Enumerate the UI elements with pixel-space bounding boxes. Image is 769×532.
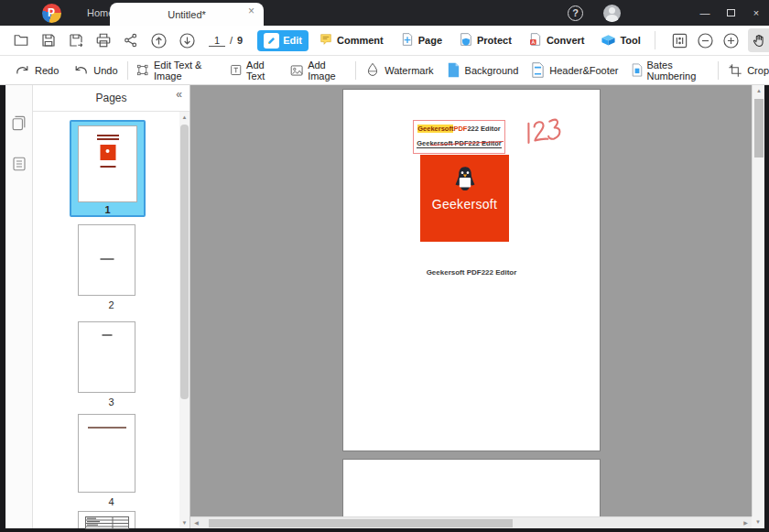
app-window: Home Untitled* × ? — × — [0, 0, 769, 532]
tab-page-label: Page — [418, 35, 442, 46]
watermark-label: Watermark — [384, 65, 433, 76]
add-text-label: Add Text — [246, 60, 277, 81]
main-toolbar: / 9 Edit Comment Page — [0, 26, 769, 56]
pdf-page-1[interactable]: GeekersoftPDF222 Editor Geekersoft PDF22… — [342, 89, 601, 451]
tab-protect-label: Protect — [477, 35, 512, 46]
add-text-icon — [230, 62, 242, 78]
collapse-panel-icon[interactable]: « — [176, 88, 182, 101]
scroll-up-icon[interactable]: ▲ — [753, 85, 764, 97]
scroll-down-icon[interactable]: ▼ — [179, 517, 190, 528]
minimize-button[interactable]: — — [692, 7, 718, 18]
zoom-out-icon[interactable] — [697, 32, 714, 49]
tab-comment[interactable]: Comment — [312, 29, 390, 51]
fit-view-icon[interactable] — [671, 32, 688, 49]
undo-button[interactable]: Undo — [73, 63, 117, 77]
header-footer-button[interactable]: Header&Footer — [531, 62, 618, 78]
tab-close-icon[interactable]: × — [248, 5, 255, 16]
redo-icon — [15, 63, 30, 77]
bates-numbering-icon — [632, 62, 643, 78]
crop-button[interactable]: Crop — [728, 63, 769, 78]
scrollbar-thumb[interactable] — [180, 125, 189, 399]
text-line-2: Geekersoft PDF222 Editor — [417, 139, 502, 148]
pages-panel-header: Pages « — [33, 85, 190, 112]
save-icon[interactable] — [40, 32, 57, 49]
panel-switcher-strip — [5, 85, 33, 528]
hand-tool-button[interactable] — [748, 28, 769, 52]
help-button[interactable]: ? — [568, 5, 583, 21]
document-canvas[interactable]: GeekersoftPDF222 Editor Geekersoft PDF22… — [190, 85, 764, 528]
page-thumbnail-4[interactable] — [78, 414, 135, 493]
thumbnail-1-label: 1 — [71, 204, 144, 215]
next-page-icon[interactable] — [179, 32, 196, 49]
title-bar: Home Untitled* × ? — × — [0, 0, 769, 26]
pdf-page-2[interactable] — [342, 459, 601, 517]
convert-icon: A — [528, 32, 543, 49]
page-divider: / — [230, 35, 233, 46]
header-footer-icon — [531, 62, 545, 78]
add-image-icon — [290, 63, 303, 78]
maximize-button[interactable] — [718, 7, 743, 18]
bates-numbering-button[interactable]: Bates Numbering — [632, 60, 709, 81]
add-text-button[interactable]: Add Text — [230, 60, 277, 81]
thumbnail-2-label: 2 — [33, 299, 190, 310]
header-footer-label: Header&Footer — [549, 65, 618, 76]
thumbnail-selection[interactable]: 1 — [70, 120, 146, 217]
document-tab-title: Untitled* — [168, 9, 206, 20]
print-icon[interactable] — [95, 32, 112, 49]
thumbnails-panel-icon[interactable] — [10, 114, 27, 136]
thumbnail-3-label: 3 — [33, 396, 190, 407]
tab-comment-label: Comment — [337, 35, 384, 46]
page-tool-icon — [400, 32, 415, 49]
pages-panel-scrollbar[interactable]: ▲ ▼ — [179, 112, 190, 528]
divider — [127, 61, 128, 80]
tab-edit[interactable]: Edit — [257, 30, 309, 51]
canvas-horizontal-scrollbar[interactable]: ◀ ▶ — [190, 516, 752, 528]
tab-edit-label: Edit — [283, 35, 302, 46]
canvas-vertical-scrollbar[interactable]: ▲ — [752, 85, 764, 516]
page-caption: Geekersoft PDF222 Editor — [343, 268, 600, 277]
redo-label: Redo — [35, 65, 59, 76]
tab-tool[interactable]: Tool — [594, 29, 646, 52]
watermark-icon — [365, 62, 380, 78]
page-thumbnail-2[interactable] — [78, 224, 135, 296]
previous-page-icon[interactable] — [150, 32, 168, 49]
tab-tool-label: Tool — [620, 35, 640, 46]
scroll-left-icon[interactable]: ◀ — [190, 517, 202, 528]
open-file-icon[interactable] — [13, 32, 29, 49]
background-icon — [447, 62, 460, 78]
edited-text-box[interactable]: GeekersoftPDF222 Editor Geekersoft PDF22… — [413, 120, 505, 154]
tab-convert[interactable]: A Convert — [522, 29, 591, 51]
app-logo-icon[interactable] — [42, 4, 61, 23]
tab-convert-label: Convert — [547, 35, 585, 46]
scroll-right-icon[interactable]: ▶ — [740, 517, 752, 528]
geekersoft-logo-image[interactable]: Geekersoft — [420, 155, 509, 242]
document-tab[interactable]: Untitled* × — [110, 3, 264, 26]
edit-text-image-button[interactable]: Edit Text & Image — [136, 60, 216, 81]
tab-protect[interactable]: Protect — [452, 29, 518, 51]
add-image-button[interactable]: Add Image — [290, 60, 347, 81]
background-button[interactable]: Background — [447, 62, 519, 78]
bookmarks-panel-icon[interactable] — [11, 156, 27, 176]
page-thumbnail-5[interactable] — [78, 511, 135, 528]
logo-wordmark: Geekersoft — [432, 197, 497, 212]
undo-label: Undo — [93, 65, 117, 76]
redo-button[interactable]: Redo — [15, 63, 59, 77]
scroll-down-icon[interactable]: ▼ — [752, 516, 764, 528]
watermark-button[interactable]: Watermark — [365, 62, 433, 78]
ink-annotation-123[interactable] — [522, 114, 566, 153]
scrollbar-thumb[interactable] — [754, 99, 764, 157]
account-avatar[interactable] — [603, 5, 621, 22]
scroll-up-icon[interactable]: ▲ — [179, 112, 190, 123]
scrollbar-thumb[interactable] — [209, 519, 513, 527]
page-number-input[interactable] — [209, 35, 225, 47]
tool-icon — [601, 32, 616, 49]
save-as-icon[interactable] — [68, 32, 84, 49]
background-label: Background — [465, 65, 519, 76]
close-button[interactable]: × — [743, 7, 769, 18]
share-icon[interactable] — [123, 32, 139, 49]
tab-page[interactable]: Page — [394, 29, 449, 51]
bates-numbering-label: Bates Numbering — [647, 60, 709, 81]
page-thumbnail-3[interactable] — [78, 321, 135, 393]
zoom-in-icon[interactable] — [722, 32, 740, 49]
page-thumbnail-1[interactable] — [78, 125, 137, 202]
